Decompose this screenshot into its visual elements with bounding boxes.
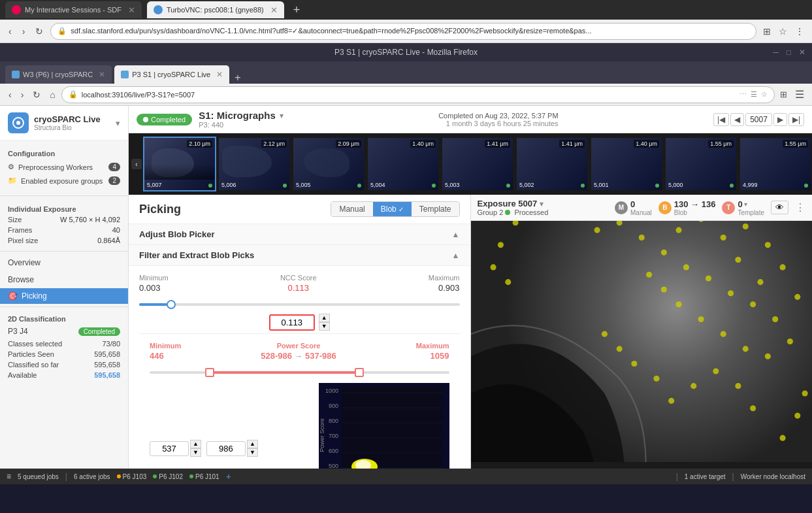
svg-text:800: 800 — [328, 418, 338, 424]
micro-thumb-4999[interactable]: 1.55 μm 4,999 — [739, 137, 812, 191]
sidebar-nav-picking[interactable]: 🎯 Picking — [0, 288, 128, 304]
ncc-step-down[interactable]: ▼ — [319, 322, 330, 331]
eye-button[interactable]: 👁 — [771, 201, 788, 214]
power-slider-left-thumb[interactable] — [205, 368, 214, 377]
forward-button[interactable]: › — [19, 25, 29, 38]
browser-tab-sessions[interactable]: My Interactive Sessions - SDF ✕ — [5, 1, 142, 18]
nav-first-button[interactable]: |◀ — [713, 113, 729, 126]
template-dropdown[interactable]: ▾ — [744, 201, 747, 208]
svg-text:900: 900 — [328, 403, 338, 409]
power-slider-right-thumb[interactable] — [355, 368, 364, 377]
micro-thumb-5007[interactable]: 2.10 μm 5,007 — [143, 137, 216, 191]
fx-tab-w3-close[interactable]: ✕ — [99, 70, 105, 79]
close-button[interactable]: ✕ — [799, 48, 805, 57]
svg-point-66 — [653, 376, 659, 382]
fx-menu-button[interactable]: ☰ — [792, 87, 807, 102]
power-step-left-down[interactable]: ▼ — [190, 448, 201, 457]
manual-badge: M — [615, 201, 628, 214]
p6j103-label: P6 J103 — [123, 473, 147, 480]
fx-tab-w3[interactable]: W3 (P6) | cryoSPARC ✕ — [5, 65, 112, 84]
nav-last-button[interactable]: ▶| — [788, 113, 804, 126]
power-input-right[interactable] — [206, 441, 246, 456]
fx-tab-p3-close[interactable]: ✕ — [216, 70, 223, 79]
fx-tab-p3[interactable]: P3 S1 | cryoSPARC Live ✕ — [114, 65, 229, 84]
ncc-input[interactable] — [269, 314, 315, 331]
nav-prev-button[interactable]: ◀ — [730, 113, 744, 126]
thumb-5001-scale: 1.40 μm — [634, 140, 659, 148]
power-step-left-up[interactable]: ▲ — [190, 440, 201, 448]
maximize-button[interactable]: □ — [787, 48, 791, 57]
adjust-section-header[interactable]: Adjust Blob Picker ▲ — [129, 224, 470, 245]
micro-thumb-5001[interactable]: 1.40 μm 5,001 — [590, 137, 663, 191]
class-job-item: P3 J4 Completed — [0, 324, 128, 339]
strip-scroll-left[interactable]: ‹ — [131, 159, 142, 169]
nav-next-button[interactable]: ▶ — [773, 113, 787, 126]
svg-point-41 — [720, 331, 726, 337]
blob-badge: B — [658, 201, 672, 214]
tab-manual[interactable]: Manual — [331, 202, 372, 216]
fx-address-bar[interactable]: 🔒 localhost:39106/live/P3-S1?e=5007 ⋯ ☰ … — [61, 86, 775, 103]
fx-refresh-button[interactable]: ↻ — [29, 88, 44, 101]
more-button[interactable]: ⋮ — [795, 201, 805, 214]
tab-template[interactable]: Template — [412, 202, 459, 216]
fx-home-button[interactable]: ⌂ — [46, 88, 58, 101]
fx-sync-button[interactable]: ⊞ — [777, 88, 790, 101]
address-bar[interactable]: 🔒 sdf.slac.stanford.edu/pun/sys/dashboar… — [50, 23, 756, 40]
workers-icon: ⚙ — [8, 163, 14, 171]
fx-addr-star[interactable]: ☆ — [761, 90, 768, 99]
fx-forward-button[interactable]: › — [18, 88, 27, 101]
fx-new-tab-button[interactable]: + — [232, 72, 243, 84]
svg-point-68 — [616, 346, 622, 352]
power-input-right-group: ▲ ▼ — [206, 383, 258, 469]
ncc-step-up[interactable]: ▲ — [319, 314, 330, 322]
status-label: Completed — [151, 116, 186, 124]
sessions-tab-close[interactable]: ✕ — [128, 5, 135, 15]
nav-arrows: |◀ ◀ 5007 ▶ ▶| — [713, 113, 804, 126]
status-icon: ≡ — [7, 472, 11, 481]
svg-point-36 — [750, 301, 756, 307]
overview-label: Overview — [8, 258, 41, 267]
micro-thumb-5004[interactable]: 1.40 μm 5,004 — [366, 137, 440, 191]
sidebar-nav-browse[interactable]: Browse — [0, 271, 128, 288]
app-logo — [8, 112, 29, 133]
power-step-right-up[interactable]: ▲ — [247, 440, 258, 448]
fx-addr-menu[interactable]: ⋯ — [739, 90, 747, 99]
add-job-button[interactable]: + — [226, 471, 231, 482]
fx-back-button[interactable]: ‹ — [5, 88, 15, 101]
minimize-button[interactable]: ─ — [773, 48, 779, 57]
exposure-dropdown[interactable]: ▾ — [540, 199, 544, 208]
browser-tab-vnc[interactable]: TurboVNC: psc008:1 (gnye88) ✕ — [147, 1, 284, 18]
frames-kv: Frames 40 — [0, 225, 128, 235]
micro-thumb-5003[interactable]: 1.41 μm 5,003 — [441, 137, 514, 191]
ncc-slider-thumb[interactable] — [167, 300, 176, 309]
job-dropdown-button[interactable]: ▾ — [280, 111, 284, 120]
vnc-tab-close[interactable]: ✕ — [270, 5, 278, 15]
micro-thumb-5006[interactable]: 2.12 μm 5,006 — [218, 137, 291, 191]
fx-addr-reader[interactable]: ☰ — [751, 90, 757, 99]
queued-text: 5 queued jobs — [18, 473, 59, 480]
sidebar-dropdown-button[interactable]: ▾ — [116, 118, 120, 128]
menu-button[interactable]: ⋮ — [792, 25, 807, 38]
tab-blob[interactable]: Blob ✓ — [373, 202, 412, 216]
duration-text: 1 month 3 days 6 hours 25 minutes — [438, 120, 558, 127]
filter-chevron: ▲ — [452, 251, 460, 260]
bookmark-button[interactable]: ☆ — [776, 25, 790, 38]
filter-section-header[interactable]: Filter and Extract Blob Picks ▲ — [129, 245, 470, 266]
new-tab-button[interactable]: + — [289, 3, 304, 17]
back-button[interactable]: ‹ — [5, 25, 15, 38]
refresh-button[interactable]: ↻ — [32, 25, 46, 38]
thumb-5000-scale: 1.55 μm — [708, 140, 734, 148]
extensions-button[interactable]: ⊞ — [760, 25, 773, 38]
thumb-4999-scale: 1.55 μm — [783, 140, 808, 148]
sidebar-divider-3 — [0, 306, 128, 307]
sidebar-item-preprocessing[interactable]: ⚙ Preprocessing Workers 4 — [0, 160, 128, 174]
micro-thumb-5002[interactable]: 1.41 μm 5,002 — [515, 137, 589, 191]
micro-thumb-5005[interactable]: 2.09 μm 5,005 — [292, 137, 365, 191]
sidebar-nav-overview[interactable]: Overview — [0, 254, 128, 271]
power-input-left[interactable] — [150, 441, 189, 456]
active-jobs: 6 active jobs — [74, 473, 110, 480]
sidebar-item-exposure-groups[interactable]: 📁 Enabled exposure groups 2 — [0, 174, 128, 188]
micro-thumb-5000[interactable]: 1.55 μm 5,000 — [664, 137, 738, 191]
power-step-right-down[interactable]: ▼ — [247, 448, 258, 457]
power-slider-container — [150, 366, 449, 379]
